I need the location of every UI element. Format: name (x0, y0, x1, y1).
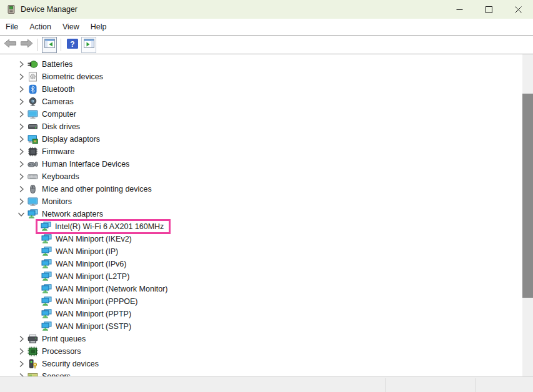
tree-item-wan-miniport-ip[interactable]: WAN Miniport (IP) (0, 245, 522, 258)
tree-item-label[interactable]: Sensors (42, 371, 71, 376)
security-icon (27, 359, 38, 369)
device-manager-icon (6, 4, 16, 14)
tree-item-label[interactable]: Bluetooth (42, 84, 75, 94)
chevron-right-icon[interactable] (16, 84, 27, 94)
forward-button[interactable] (19, 37, 34, 53)
tree-item-disk-drives[interactable]: Disk drives (0, 120, 522, 133)
tree-item-cameras[interactable]: Cameras (0, 96, 522, 108)
help-button[interactable]: ? (65, 37, 80, 53)
tree-item-label[interactable]: Security devices (42, 359, 99, 369)
tree-item-label[interactable]: Keyboards (42, 172, 79, 182)
tree-item-print-queues[interactable]: Print queues (0, 333, 522, 345)
chevron-right-icon[interactable] (16, 109, 27, 119)
menu-item-file[interactable]: File (0, 19, 24, 35)
scrollbar-thumb[interactable] (522, 94, 533, 298)
tree-item-wan-miniport-network-monitor[interactable]: WAN Miniport (Network Monitor) (0, 283, 522, 295)
vertical-scrollbar[interactable] (522, 54, 533, 376)
chevron-down-icon[interactable] (16, 209, 27, 219)
tree-item-processors[interactable]: Processors (0, 345, 522, 358)
tree-item-intel-r-wi-fi-6-ax201-160mhz[interactable]: Intel(R) Wi-Fi 6 AX201 160MHz (0, 220, 522, 233)
network-adapter-icon (41, 247, 52, 257)
tree-item-security-devices[interactable]: Security devices (0, 358, 522, 370)
tree-item-firmware[interactable]: Firmware (0, 145, 522, 158)
tree-item-computer[interactable]: Computer (0, 108, 522, 120)
tree-item-label[interactable]: WAN Miniport (PPPOE) (56, 296, 138, 306)
chevron-right-icon[interactable] (16, 72, 27, 82)
chevron-right-icon[interactable] (16, 59, 27, 69)
device-tree: BatteriesBiometric devicesBluetoothCamer… (0, 54, 522, 376)
menu-item-help[interactable]: Help (85, 19, 112, 35)
chevron-right-icon[interactable] (16, 184, 27, 194)
tree-item-label[interactable]: WAN Miniport (PPTP) (56, 309, 131, 319)
tree-item-label[interactable]: Network adapters (42, 209, 103, 219)
minimize-button[interactable] (445, 0, 474, 19)
status-divider (476, 378, 476, 392)
tree-item-label[interactable]: Print queues (42, 334, 86, 344)
close-button[interactable] (504, 0, 533, 19)
forward-arrow-icon (20, 39, 33, 51)
tree-item-human-interface-devices[interactable]: Human Interface Devices (0, 158, 522, 170)
tree-item-label[interactable]: Batteries (42, 59, 72, 69)
back-button[interactable] (2, 37, 17, 53)
tree-item-batteries[interactable]: Batteries (0, 58, 522, 71)
tree-item-label[interactable]: Computer (42, 109, 76, 119)
tree-item-sensors[interactable]: Sensors (0, 370, 522, 376)
show-hide-action-pane-button[interactable] (81, 37, 96, 53)
tree-item-bluetooth[interactable]: Bluetooth (0, 83, 522, 96)
tree-item-label[interactable]: Mice and other pointing devices (42, 184, 152, 194)
status-divider (385, 378, 386, 392)
tree-item-wan-miniport-pppoe[interactable]: WAN Miniport (PPPOE) (0, 295, 522, 308)
tree-item-label[interactable]: Processors (42, 346, 81, 356)
tree-item-label[interactable]: WAN Miniport (IKEv2) (56, 234, 132, 244)
maximize-button[interactable] (474, 0, 504, 19)
show-hide-console-tree-button[interactable] (42, 37, 57, 53)
device-manager-window: Device Manager FileActionViewHelp ? Batt… (0, 0, 533, 392)
svg-text:?: ? (70, 39, 74, 48)
network-adapter-icon (41, 321, 52, 331)
tree-item-label[interactable]: WAN Miniport (SSTP) (56, 321, 131, 331)
tree-item-wan-miniport-pptp[interactable]: WAN Miniport (PPTP) (0, 308, 522, 320)
tree-item-label[interactable]: WAN Miniport (L2TP) (56, 272, 129, 282)
bluetooth-icon (27, 84, 38, 94)
tree-item-network-adapters[interactable]: Network adapters (0, 208, 522, 220)
tree-item-monitors[interactable]: Monitors (0, 195, 522, 208)
tree-item-label[interactable]: WAN Miniport (Network Monitor) (56, 284, 167, 294)
chevron-right-icon[interactable] (16, 134, 27, 144)
hid-icon (27, 159, 38, 169)
tree-item-mice-and-other-pointing-devices[interactable]: Mice and other pointing devices (0, 183, 522, 195)
network-adapter-icon (41, 259, 52, 269)
network-adapter-icon (41, 272, 52, 282)
tree-item-keyboards[interactable]: Keyboards (0, 170, 522, 183)
tree-item-display-adaptors[interactable]: Display adaptors (0, 133, 522, 145)
menu-item-action[interactable]: Action (24, 19, 57, 35)
chevron-right-icon[interactable] (16, 346, 27, 356)
tree-item-wan-miniport-l2tp[interactable]: WAN Miniport (L2TP) (0, 270, 522, 283)
tree-item-label[interactable]: Cameras (42, 97, 74, 107)
tree-item-wan-miniport-ipv6[interactable]: WAN Miniport (IPv6) (0, 258, 522, 270)
tree-item-label[interactable]: Disk drives (42, 122, 80, 132)
tree-item-wan-miniport-ikev2[interactable]: WAN Miniport (IKEv2) (0, 233, 522, 245)
tree-item-label[interactable]: Firmware (42, 147, 74, 157)
chevron-right-icon[interactable] (16, 334, 27, 344)
action-pane-icon (84, 39, 94, 51)
chevron-right-icon[interactable] (16, 172, 27, 182)
tree-item-label[interactable]: Intel(R) Wi-Fi 6 AX201 160MHz (55, 222, 164, 232)
chevron-right-icon[interactable] (16, 97, 27, 107)
tree-item-label[interactable]: Display adaptors (42, 134, 100, 144)
chevron-right-icon[interactable] (16, 359, 27, 369)
tree-item-wan-miniport-sstp[interactable]: WAN Miniport (SSTP) (0, 320, 522, 333)
tree-item-label[interactable]: Human Interface Devices (42, 159, 129, 169)
tree-item-label[interactable]: WAN Miniport (IP) (56, 247, 118, 257)
tree-item-biometric-devices[interactable]: Biometric devices (0, 71, 522, 83)
chevron-right-icon[interactable] (16, 122, 27, 132)
chevron-right-icon[interactable] (16, 159, 27, 169)
menu-item-view[interactable]: View (57, 19, 85, 35)
tree-item-label[interactable]: Monitors (42, 197, 72, 207)
chevron-right-icon[interactable] (16, 147, 27, 157)
window-title: Device Manager (21, 5, 77, 14)
chevron-right-icon[interactable] (16, 371, 27, 376)
tree-item-label[interactable]: WAN Miniport (IPv6) (56, 259, 126, 269)
battery-icon (27, 59, 38, 69)
tree-item-label[interactable]: Biometric devices (42, 72, 103, 82)
chevron-right-icon[interactable] (16, 197, 27, 207)
